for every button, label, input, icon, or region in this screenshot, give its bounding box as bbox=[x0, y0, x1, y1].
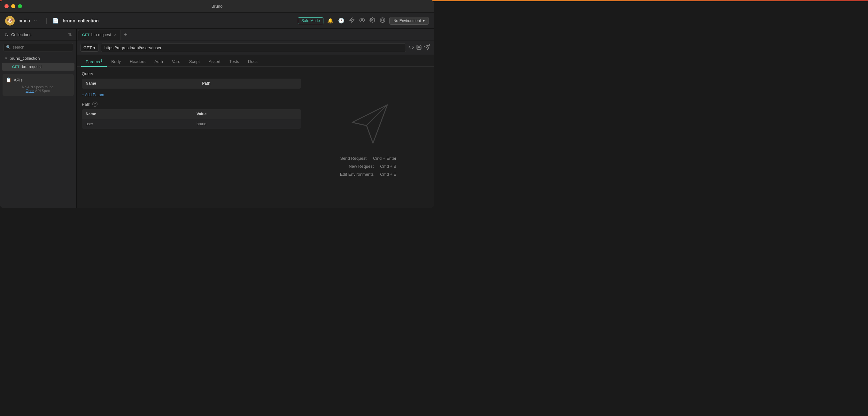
tab-docs[interactable]: Docs bbox=[244, 57, 262, 66]
path-col-value: Value bbox=[193, 109, 301, 119]
app-name: bruno bbox=[19, 18, 30, 23]
query-params-table: Name Path bbox=[82, 78, 301, 89]
svg-point-0 bbox=[362, 19, 363, 21]
request-tabs: Params1 Body Headers Auth Vars Script bbox=[77, 55, 434, 67]
path-label-row: Path ? bbox=[82, 102, 301, 107]
shortcut-send-request: Send Request Cmd + Enter bbox=[340, 156, 396, 161]
collections-header: 🗂 Collections ⇅ bbox=[0, 29, 76, 40]
save-icon[interactable] bbox=[416, 44, 422, 52]
apis-icon: 📋 bbox=[6, 77, 11, 83]
tab-name: bru-request bbox=[91, 33, 111, 37]
tab-script[interactable]: Script bbox=[185, 57, 204, 66]
shortcut-env-key: Cmd + E bbox=[380, 172, 396, 177]
method-selector[interactable]: GET ▾ bbox=[81, 44, 98, 52]
method-badge: GET bbox=[12, 65, 20, 69]
shortcut-send-key: Cmd + Enter bbox=[373, 156, 396, 161]
method-label: GET bbox=[84, 45, 92, 50]
search-box: 🔍 bbox=[3, 43, 73, 52]
path-section-label: Path bbox=[82, 102, 90, 107]
shortcut-send-label: Send Request bbox=[340, 156, 366, 161]
window-controls bbox=[4, 4, 22, 8]
request-name: bru-request bbox=[22, 65, 41, 69]
content-area: 🗂 Collections ⇅ 🔍 ▼ bruno_collection GET… bbox=[0, 29, 434, 208]
apis-label: APIs bbox=[14, 77, 22, 83]
tab-close-button[interactable]: × bbox=[114, 32, 117, 37]
collection-icon: 📄 bbox=[53, 18, 59, 24]
history-icon[interactable]: 🕐 bbox=[338, 18, 344, 24]
env-dropdown-label: No Environment bbox=[394, 19, 421, 23]
send-button[interactable] bbox=[424, 44, 430, 52]
url-input[interactable] bbox=[101, 43, 406, 52]
path-params-table: Name Value userbruno bbox=[82, 109, 301, 129]
apis-section: 📋 APIs No API Specs found. Open API Spec… bbox=[3, 74, 74, 96]
collection-name: bruno_collection bbox=[9, 56, 40, 61]
collections-title: Collections bbox=[11, 32, 32, 37]
tab-vars[interactable]: Vars bbox=[167, 57, 185, 66]
maximize-button[interactable] bbox=[18, 4, 22, 8]
svg-marker-6 bbox=[352, 105, 388, 143]
tab-params[interactable]: Params1 bbox=[81, 57, 107, 67]
shortcut-new-key: Cmd + B bbox=[380, 164, 396, 169]
tab-assert[interactable]: Assert bbox=[204, 57, 225, 66]
shortcut-edit-environments: Edit Environments Cmd + E bbox=[340, 172, 396, 177]
tab-add-button[interactable]: + bbox=[121, 31, 130, 39]
eye-icon[interactable] bbox=[359, 17, 365, 24]
logo-emoji: 🐶 bbox=[7, 18, 13, 24]
url-bar: GET ▾ bbox=[77, 41, 434, 55]
globe-icon[interactable] bbox=[380, 17, 385, 24]
tab-body[interactable]: Body bbox=[107, 57, 125, 66]
send-illustration: Send Request Cmd + Enter New Request Cmd… bbox=[340, 98, 396, 177]
method-chevron-icon: ▾ bbox=[93, 45, 96, 50]
tab-auth[interactable]: Auth bbox=[150, 57, 167, 66]
path-row-name: user bbox=[82, 119, 193, 129]
sidebar: 🗂 Collections ⇅ 🔍 ▼ bruno_collection GET… bbox=[0, 29, 77, 208]
shortcuts-list: Send Request Cmd + Enter New Request Cmd… bbox=[340, 156, 396, 177]
tab-method: GET bbox=[82, 33, 90, 37]
api-spec-label: API Spec. bbox=[35, 89, 51, 93]
shortcut-env-label: Edit Environments bbox=[340, 172, 374, 177]
minimize-button[interactable] bbox=[11, 4, 16, 8]
tabs-bar: GET bru-request × + bbox=[77, 29, 434, 41]
window-title: Bruno bbox=[212, 4, 223, 9]
send-request-panel: Send Request Cmd + Enter New Request Cmd… bbox=[307, 71, 429, 203]
params-left: Query Name Path + Add Param bbox=[82, 71, 301, 203]
query-section-label: Query bbox=[82, 71, 301, 76]
safe-mode-button[interactable]: Safe Mode bbox=[298, 17, 323, 24]
path-help-icon[interactable]: ? bbox=[92, 102, 97, 107]
search-input[interactable] bbox=[13, 45, 70, 50]
close-button[interactable] bbox=[4, 4, 9, 8]
settings-icon[interactable] bbox=[369, 17, 375, 24]
app-logo: 🐶 bbox=[5, 16, 15, 26]
tab-tests[interactable]: Tests bbox=[225, 57, 244, 66]
main-panel: GET bru-request × + GET ▾ bbox=[77, 29, 434, 208]
params-content: Query Name Path + Add Param bbox=[77, 67, 434, 208]
url-bar-actions bbox=[408, 44, 430, 52]
code-view-icon[interactable] bbox=[408, 44, 414, 52]
svg-line-7 bbox=[367, 105, 388, 126]
query-col-name: Name bbox=[82, 78, 198, 89]
svg-point-1 bbox=[372, 19, 373, 21]
apis-header[interactable]: 📋 APIs bbox=[6, 77, 71, 83]
table-row: userbruno bbox=[82, 119, 301, 129]
search-icon: 🔍 bbox=[6, 45, 11, 50]
collection-tree-item[interactable]: ▼ bruno_collection bbox=[0, 54, 76, 63]
app-menu-dots[interactable]: ··· bbox=[34, 17, 40, 24]
chevron-down-icon: ▼ bbox=[4, 57, 8, 60]
collection-header-title: bruno_collection bbox=[63, 18, 99, 23]
open-api-spec-link[interactable]: Open bbox=[26, 89, 34, 93]
alert-icon[interactable]: 🔔 bbox=[327, 18, 334, 24]
tab-bru-request[interactable]: GET bru-request × bbox=[78, 30, 121, 40]
paper-plane-icon bbox=[343, 98, 394, 150]
query-col-path: Path bbox=[198, 78, 301, 89]
path-row-value: bruno bbox=[193, 119, 301, 129]
environment-dropdown[interactable]: No Environment ▾ bbox=[389, 17, 429, 25]
path-col-name: Name bbox=[82, 109, 193, 119]
sort-icon[interactable]: ⇅ bbox=[68, 32, 72, 37]
tab-headers[interactable]: Headers bbox=[125, 57, 150, 66]
list-item[interactable]: GET bru-request bbox=[2, 63, 74, 71]
app-header: 🐶 bruno ··· | 📄 bruno_collection Safe Mo… bbox=[0, 13, 434, 29]
collections-folder-icon: 🗂 bbox=[4, 32, 9, 37]
runner-icon[interactable] bbox=[349, 17, 355, 24]
add-param-button[interactable]: + Add Param bbox=[82, 93, 104, 97]
shortcut-new-request: New Request Cmd + B bbox=[349, 164, 396, 169]
